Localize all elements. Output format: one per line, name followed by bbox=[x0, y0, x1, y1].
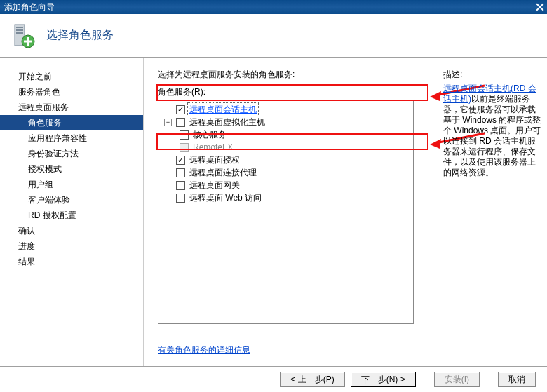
titlebar: 添加角色向导 bbox=[0, 0, 547, 14]
wizard-step[interactable]: 开始之前 bbox=[0, 69, 143, 84]
wizard-step[interactable]: 服务器角色 bbox=[0, 84, 143, 100]
tree-item-label[interactable]: 远程桌面虚拟化主机 bbox=[188, 116, 266, 128]
tree-row: −远程桌面虚拟化主机 bbox=[161, 116, 410, 128]
description-text: 以前是终端服务器，它使服务器可以承载基于 Windows 的程序或整个 Wind… bbox=[443, 94, 541, 177]
wizard-step[interactable]: 身份验证方法 bbox=[0, 146, 143, 161]
description-title: 描述: bbox=[443, 69, 541, 81]
tree-item-label: RemoteFX bbox=[191, 141, 234, 154]
cancel-button[interactable]: 取消 bbox=[498, 372, 536, 387]
tree-item-label[interactable]: 远程桌面会话主机 bbox=[188, 103, 258, 116]
tree-row: RemoteFX bbox=[161, 141, 410, 154]
server-role-icon bbox=[8, 22, 36, 50]
tree-row: 远程桌面授权 bbox=[161, 154, 410, 166]
page-title: 选择角色服务 bbox=[46, 28, 114, 43]
tree-item-label[interactable]: 核心服务 bbox=[191, 128, 228, 141]
tree-row: 远程桌面会话主机 bbox=[161, 103, 410, 116]
wizard-step[interactable]: 客户端体验 bbox=[0, 192, 143, 208]
tree-item-label[interactable]: 远程桌面授权 bbox=[188, 154, 241, 166]
tree-checkbox[interactable] bbox=[176, 105, 185, 114]
tree-item-label[interactable]: 远程桌面 Web 访问 bbox=[188, 191, 263, 204]
wizard-step[interactable]: 进度 bbox=[0, 238, 143, 254]
tree-checkbox[interactable] bbox=[176, 168, 185, 177]
description-body: 远程桌面会话主机(RD 会话主机)以前是终端服务器，它使服务器可以承载基于 Wi… bbox=[443, 83, 541, 178]
tree-row: 远程桌面网关 bbox=[161, 179, 410, 191]
wizard-step[interactable]: 用户组 bbox=[0, 177, 143, 192]
tree-item-label[interactable]: 远程桌面连接代理 bbox=[188, 166, 258, 179]
role-services-tree: 远程桌面会话主机−远程桌面虚拟化主机核心服务RemoteFX远程桌面授权远程桌面… bbox=[158, 100, 414, 324]
close-icon bbox=[536, 3, 544, 11]
install-button: 安装(I) bbox=[434, 372, 480, 387]
wizard-step[interactable]: RD 授权配置 bbox=[0, 208, 143, 223]
tree-row: 远程桌面连接代理 bbox=[161, 166, 410, 179]
tree-checkbox[interactable] bbox=[180, 130, 189, 140]
tree-checkbox[interactable] bbox=[176, 194, 185, 203]
tree-checkbox[interactable] bbox=[176, 156, 185, 165]
tree-checkbox[interactable] bbox=[176, 181, 185, 190]
close-button[interactable] bbox=[533, 0, 547, 14]
wizard-step[interactable]: 确认 bbox=[0, 223, 143, 238]
collapse-icon[interactable]: − bbox=[164, 119, 172, 126]
wizard-footer: < 上一步(P) 下一步(N) > 安装(I) 取消 bbox=[0, 366, 547, 392]
svg-marker-12 bbox=[430, 139, 441, 149]
wizard-step[interactable]: 结果 bbox=[0, 254, 143, 269]
tree-row: 远程桌面 Web 访问 bbox=[161, 191, 410, 204]
svg-rect-4 bbox=[16, 29, 23, 31]
wizard-step[interactable]: 应用程序兼容性 bbox=[0, 130, 143, 146]
wizard-header: 选择角色服务 bbox=[0, 14, 547, 58]
wizard-step[interactable]: 角色服务 bbox=[0, 115, 143, 130]
learn-more-link[interactable]: 有关角色服务的详细信息 bbox=[158, 345, 250, 355]
next-button[interactable]: 下一步(N) > bbox=[351, 372, 416, 387]
window-title: 添加角色向导 bbox=[4, 2, 55, 12]
tree-checkbox[interactable] bbox=[176, 118, 185, 127]
svg-rect-3 bbox=[16, 27, 23, 28]
learn-more-link-container: 有关角色服务的详细信息 bbox=[158, 344, 250, 356]
wizard-body: 开始之前服务器角色远程桌面服务角色服务应用程序兼容性身份验证方法授权模式用户组客… bbox=[0, 58, 547, 366]
tree-row: 核心服务 bbox=[161, 128, 410, 141]
wizard-steps-sidebar: 开始之前服务器角色远程桌面服务角色服务应用程序兼容性身份验证方法授权模式用户组客… bbox=[0, 58, 144, 366]
wizard-step[interactable]: 远程桌面服务 bbox=[0, 100, 143, 115]
description-panel: 描述: 远程桌面会话主机(RD 会话主机)以前是终端服务器，它使服务器可以承载基… bbox=[443, 69, 541, 178]
tree-item-label[interactable]: 远程桌面网关 bbox=[188, 179, 241, 191]
tree-checkbox bbox=[180, 143, 189, 152]
wizard-step[interactable]: 授权模式 bbox=[0, 161, 143, 177]
prev-button[interactable]: < 上一步(P) bbox=[280, 372, 344, 387]
svg-rect-5 bbox=[16, 32, 23, 34]
